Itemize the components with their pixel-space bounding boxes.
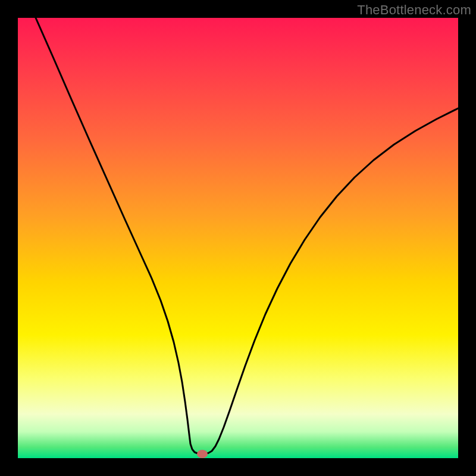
optimum-marker: [197, 450, 208, 458]
plot-area: [18, 18, 458, 458]
bottleneck-curve: [36, 18, 458, 454]
curve-layer: [18, 18, 458, 458]
watermark-text: TheBottleneck.com: [357, 2, 471, 18]
chart-frame: TheBottleneck.com: [0, 0, 476, 476]
